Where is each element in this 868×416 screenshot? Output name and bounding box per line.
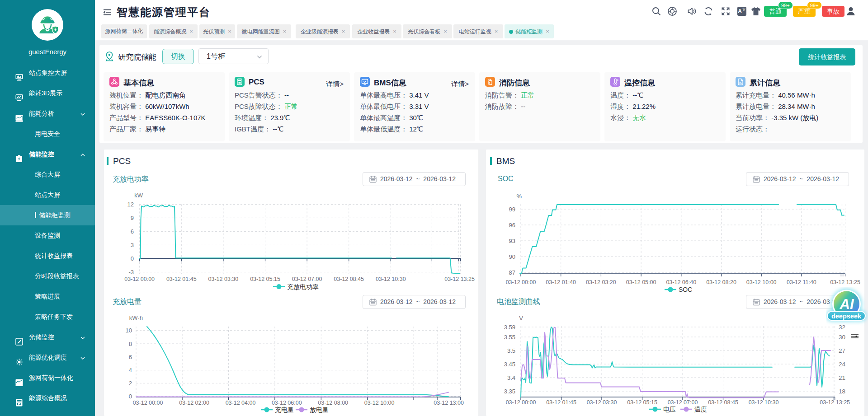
svg-text:03-12 08:45: 03-12 08:45 [708,399,738,406]
svg-text:文: 文 [742,8,746,12]
svg-text:3.4: 3.4 [507,374,515,381]
svg-text:kW: kW [134,192,143,199]
svg-text:03-12 10:00: 03-12 10:00 [364,400,395,406]
svg-text:99: 99 [509,206,515,213]
svg-text:90: 90 [509,253,515,260]
svg-text:03-12 05:15: 03-12 05:15 [250,276,280,282]
svg-text:03-12 08:00: 03-12 08:00 [318,400,348,406]
svg-text:9: 9 [131,215,134,221]
svg-text:0: 0 [131,255,134,262]
svg-text:03-12 03:30: 03-12 03:30 [587,399,617,406]
svg-text:温度: 温度 [694,406,707,413]
svg-text:03-12 05:15: 03-12 05:15 [627,399,657,406]
svg-text:24: 24 [839,361,846,368]
svg-text:03-12 00:00: 03-12 00:00 [506,399,536,406]
svg-text:3.59: 3.59 [504,324,515,331]
svg-text:03-12 11:40: 03-12 11:40 [787,279,816,285]
svg-text:03-12 00:00: 03-12 00:00 [124,276,155,282]
svg-text:03-12 13:25: 03-12 13:25 [830,279,860,285]
svg-text:03-12 13:25: 03-12 13:25 [444,276,475,282]
svg-text:03-12 01:40: 03-12 01:40 [546,279,576,285]
svg-text:03-12 08:45: 03-12 08:45 [334,276,364,282]
svg-text:03-12 07:00: 03-12 07:00 [292,276,322,282]
svg-text:6: 6 [131,228,134,235]
svg-text:3.5: 3.5 [507,347,515,354]
svg-text:-3: -3 [128,269,134,276]
svg-text:充电量: 充电量 [275,406,294,413]
svg-text:2: 2 [129,380,132,387]
svg-text:27: 27 [839,347,845,354]
svg-text:V: V [519,315,523,322]
svg-text:3.45: 3.45 [504,361,515,368]
svg-text:03-12 00:00: 03-12 00:00 [506,279,536,285]
svg-text:放电量: 放电量 [310,406,329,413]
svg-text:03-12 00:00: 03-12 00:00 [133,400,163,406]
svg-text:6: 6 [129,354,132,360]
svg-text:03-12 05:00: 03-12 05:00 [626,279,656,285]
svg-text:30: 30 [839,334,845,341]
svg-text:0: 0 [129,393,132,400]
svg-text:03-12 01:45: 03-12 01:45 [546,399,576,406]
svg-text:SOC: SOC [679,286,692,293]
svg-text:kW·h: kW·h [129,314,143,321]
svg-text:87: 87 [509,269,515,276]
svg-text:03-12 03:30: 03-12 03:30 [208,276,239,282]
svg-text:3.55: 3.55 [504,334,515,341]
svg-text:03-12 01:45: 03-12 01:45 [166,276,197,282]
svg-text:AI: AI [840,296,854,312]
svg-text:03-12 10:00: 03-12 10:00 [746,279,777,285]
svg-text:12: 12 [127,201,134,208]
svg-text:03-12 06:40: 03-12 06:40 [666,279,696,285]
svg-text:03-12 08:20: 03-12 08:20 [706,279,736,285]
svg-text:3: 3 [131,242,134,248]
svg-text:03-12 06:00: 03-12 06:00 [272,400,302,406]
svg-text:03-12 02:00: 03-12 02:00 [179,400,209,406]
svg-text:8: 8 [129,341,132,347]
svg-text:21: 21 [839,374,845,381]
svg-text:10: 10 [126,327,132,334]
svg-text:18: 18 [839,388,845,395]
svg-text:3.35: 3.35 [504,388,515,395]
svg-text:%: % [516,193,522,200]
svg-text:03-12 13:00: 03-12 13:00 [434,400,464,406]
svg-text:电压: 电压 [663,406,676,413]
svg-text:A: A [738,8,742,14]
svg-text:93: 93 [509,238,515,244]
svg-text:03-12 13:25: 03-12 13:25 [820,399,850,406]
svg-text:03-12 03:20: 03-12 03:20 [586,279,616,285]
svg-text:03-12 10:30: 03-12 10:30 [376,276,406,282]
svg-text:96: 96 [509,222,515,229]
svg-text:4: 4 [129,367,132,374]
svg-text:03-12 07:00: 03-12 07:00 [668,399,698,406]
svg-text:03-12 04:00: 03-12 04:00 [226,400,256,406]
svg-text:03-12 10:30: 03-12 10:30 [749,399,779,406]
svg-text:充放电功率: 充放电功率 [287,283,319,290]
svg-text:deepseek: deepseek [831,313,862,320]
